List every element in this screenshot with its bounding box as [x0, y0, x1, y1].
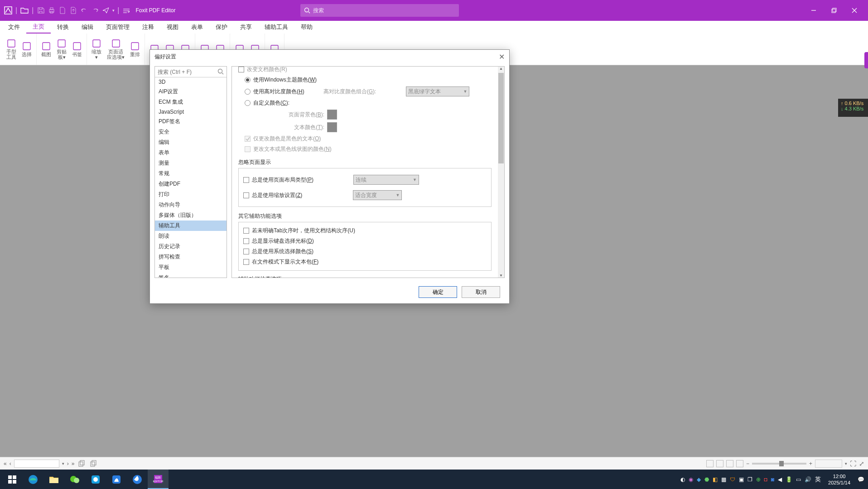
- global-search[interactable]: [300, 4, 459, 17]
- category-item[interactable]: 平板: [155, 262, 227, 273]
- menu-帮助[interactable]: 帮助: [294, 21, 319, 34]
- start-button[interactable]: [2, 470, 23, 489]
- category-item[interactable]: 安全: [155, 127, 227, 137]
- view-continuous-facing-icon[interactable]: [736, 460, 743, 467]
- menu-转换[interactable]: 转换: [51, 21, 75, 34]
- fit-width-icon[interactable]: ⛶: [850, 460, 856, 467]
- ribbon-button[interactable]: 页面适应选项▾: [104, 34, 127, 65]
- category-item[interactable]: 常规: [155, 168, 227, 179]
- menu-保护[interactable]: 保护: [209, 21, 234, 34]
- ribbon-button[interactable]: 缩放▾: [89, 34, 104, 65]
- undo-icon[interactable]: [80, 6, 89, 15]
- page-number-input[interactable]: [14, 460, 59, 468]
- minimize-button[interactable]: [803, 4, 824, 17]
- copy-page-icon[interactable]: [77, 459, 86, 468]
- view-continuous-icon[interactable]: [716, 460, 723, 467]
- dropdown-caret-icon[interactable]: ▾: [112, 8, 115, 13]
- zoom-slider[interactable]: [752, 463, 806, 465]
- search-input[interactable]: [313, 7, 455, 14]
- ribbon-button[interactable]: 书签: [69, 34, 85, 65]
- menu-注释[interactable]: 注释: [136, 21, 160, 34]
- zoom-dropdown-icon[interactable]: ▾: [845, 461, 847, 466]
- layout-combo[interactable]: 连续 ▼: [353, 175, 419, 185]
- tray-icon[interactable]: ◧: [713, 476, 718, 483]
- dialog-search-input[interactable]: [155, 67, 227, 77]
- save-icon[interactable]: [36, 6, 45, 15]
- scrollbar-vertical[interactable]: ▲▼: [498, 67, 504, 278]
- explorer-icon[interactable]: [43, 470, 64, 489]
- menu-辅助工具[interactable]: 辅助工具: [258, 21, 294, 34]
- tray-icon[interactable]: ◙: [771, 476, 774, 483]
- tray-icon[interactable]: ▣: [739, 476, 744, 483]
- category-item[interactable]: 表单: [155, 148, 227, 158]
- scrollbar-thumb[interactable]: [498, 73, 504, 163]
- ribbon-button[interactable]: 截图: [39, 34, 54, 65]
- app3-icon[interactable]: [127, 470, 148, 489]
- always-syscolor-checkbox[interactable]: [243, 249, 249, 254]
- category-item[interactable]: 拼写检查: [155, 252, 227, 262]
- always-zoom-checkbox[interactable]: [243, 192, 249, 198]
- category-item[interactable]: 编辑: [155, 137, 227, 148]
- category-list[interactable]: 3DAIP设置ECM 集成JavaScriptPDF签名安全编辑表单测量常规创建…: [155, 77, 227, 278]
- always-layout-checkbox[interactable]: [243, 177, 249, 183]
- last-page-icon[interactable]: »: [72, 460, 75, 467]
- text-color-swatch[interactable]: [327, 122, 337, 132]
- category-item[interactable]: 多媒体（旧版）: [155, 210, 227, 221]
- menu-页面管理[interactable]: 页面管理: [100, 21, 136, 34]
- category-item[interactable]: 动作向导: [155, 200, 227, 210]
- tray-overflow-icon[interactable]: ◀: [778, 476, 782, 483]
- close-button[interactable]: [844, 4, 864, 17]
- category-item[interactable]: 创建PDF: [155, 179, 227, 189]
- tray-icon[interactable]: ◐: [680, 476, 685, 483]
- view-facing-icon[interactable]: [726, 460, 733, 467]
- zoom-combo[interactable]: 适合宽度 ▼: [353, 190, 402, 200]
- change-doc-colors-checkbox[interactable]: [238, 67, 244, 72]
- menu-编辑[interactable]: 编辑: [75, 21, 100, 34]
- tray-icon[interactable]: ◘: [764, 476, 767, 483]
- tray-icon[interactable]: ◉: [689, 476, 693, 483]
- prev-page-icon[interactable]: ‹: [10, 460, 11, 467]
- menu-共享[interactable]: 共享: [234, 21, 258, 34]
- ime-indicator[interactable]: 英: [815, 475, 821, 484]
- category-item[interactable]: 辅助工具: [155, 221, 227, 231]
- copy-page2-icon[interactable]: [89, 459, 98, 468]
- category-item[interactable]: AIP设置: [155, 86, 227, 97]
- next-page-icon[interactable]: ›: [67, 460, 69, 467]
- tab-order-checkbox[interactable]: [243, 228, 249, 234]
- reflow-icon[interactable]: [122, 6, 131, 15]
- redo-icon[interactable]: [91, 6, 100, 15]
- custom-color-radio[interactable]: [245, 100, 251, 106]
- menu-表单[interactable]: 表单: [185, 21, 209, 34]
- category-item[interactable]: JavaScript: [155, 107, 227, 116]
- high-contrast-combo[interactable]: 黑底绿字文本 ▼: [406, 86, 469, 96]
- first-page-icon[interactable]: «: [4, 460, 7, 467]
- page-dropdown-icon[interactable]: ▾: [62, 461, 64, 466]
- maximize-button[interactable]: [824, 4, 844, 17]
- foxit-taskbar-icon[interactable]: 福昕EDITOR: [148, 470, 169, 489]
- category-item[interactable]: 签名: [155, 273, 227, 278]
- network-icon[interactable]: ▭: [796, 476, 801, 483]
- view-single-icon[interactable]: [706, 460, 714, 467]
- side-tab-icon[interactable]: [864, 52, 868, 68]
- cancel-button[interactable]: 取消: [462, 286, 500, 298]
- tray-icon[interactable]: ⬣: [704, 476, 709, 483]
- page-icon[interactable]: [58, 6, 67, 15]
- zoom-in-icon[interactable]: +: [809, 460, 812, 467]
- menu-视图[interactable]: 视图: [160, 21, 185, 34]
- fullscreen-icon[interactable]: ⤢: [859, 460, 864, 467]
- tray-icon[interactable]: ▦: [721, 476, 726, 483]
- category-item[interactable]: PDF签名: [155, 116, 227, 127]
- use-high-contrast-radio[interactable]: [245, 89, 251, 95]
- category-item[interactable]: 3D: [155, 77, 227, 86]
- use-windows-theme-radio[interactable]: [245, 77, 251, 83]
- category-item[interactable]: ECM 集成: [155, 97, 227, 107]
- notifications-icon[interactable]: 💬: [858, 476, 864, 483]
- battery-icon[interactable]: 🔋: [786, 476, 792, 483]
- search-icon[interactable]: [217, 68, 224, 75]
- ribbon-button[interactable]: 选择: [19, 34, 34, 65]
- tray-icon[interactable]: 🛡: [730, 476, 735, 483]
- zoom-out-icon[interactable]: −: [746, 460, 749, 467]
- tray-icon[interactable]: ❐: [747, 476, 752, 483]
- ribbon-button[interactable]: 重排: [127, 34, 143, 65]
- dialog-close-button[interactable]: ✕: [499, 53, 505, 61]
